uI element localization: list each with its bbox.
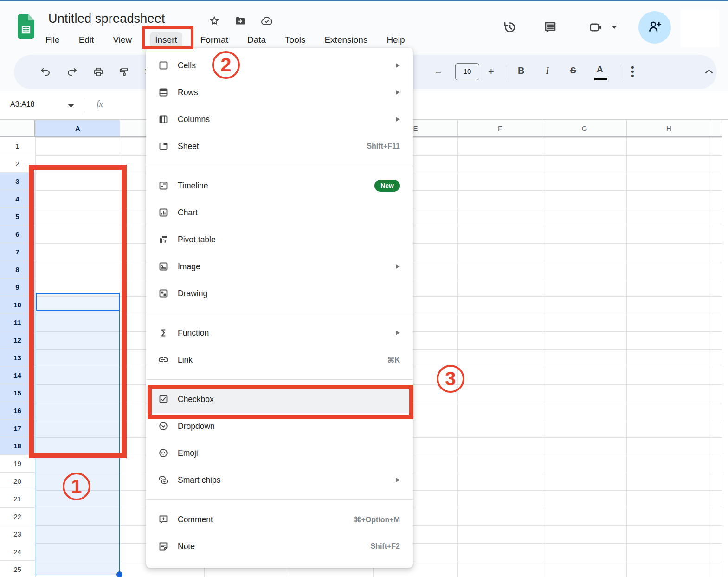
column-header-a[interactable]: A: [35, 120, 120, 136]
print-icon[interactable]: [92, 66, 104, 78]
insert-menu-item-pivot-table[interactable]: Pivot table: [146, 226, 413, 253]
redo-icon[interactable]: [66, 66, 78, 78]
video-call-dropdown-caret[interactable]: [612, 26, 617, 29]
menubar-item-format[interactable]: Format: [200, 32, 229, 47]
strikethrough-button[interactable]: S: [570, 65, 576, 76]
menu-item-label: Link: [178, 355, 378, 365]
insert-menu-item-drawing[interactable]: Drawing: [146, 280, 413, 307]
bold-button[interactable]: B: [518, 65, 524, 76]
annotation-step-1-number: 1: [71, 475, 82, 498]
submenu-arrow-icon: [396, 63, 400, 68]
menu-divider: [146, 379, 413, 380]
menubar-item-extensions[interactable]: Extensions: [323, 32, 368, 47]
submenu-arrow-icon: [396, 331, 400, 335]
menu-item-shortcut: ⌘+Option+M: [354, 515, 400, 524]
dropdown-icon: [158, 421, 169, 432]
column-header-h[interactable]: H: [626, 120, 711, 136]
cloud-saved-icon[interactable]: [260, 14, 273, 27]
note-icon: [158, 541, 169, 552]
fx-icon: fx: [97, 99, 103, 109]
insert-menu-item-cells[interactable]: Cells: [146, 52, 413, 79]
share-button[interactable]: [638, 11, 671, 44]
insert-menu-item-sheet[interactable]: SheetShift+F11: [146, 133, 413, 160]
annotation-step-2: 2: [212, 51, 240, 79]
more-options-icon[interactable]: •••: [631, 65, 634, 78]
column-header-g[interactable]: G: [542, 120, 626, 136]
menu-item-label: Dropdown: [178, 421, 400, 431]
comments-icon[interactable]: [542, 19, 559, 36]
cutoff-panel: [681, 10, 719, 47]
toolbar-divider: [508, 65, 508, 78]
row-header-22[interactable]: 22: [0, 508, 35, 525]
comment-icon: [158, 514, 169, 525]
insert-menu-item-link[interactable]: Link⌘K: [146, 346, 413, 373]
emoji-icon: [158, 447, 169, 459]
row-header-23[interactable]: 23: [0, 525, 35, 543]
menu-item-label: Rows: [178, 88, 387, 97]
annotation-step-3-number: 3: [445, 368, 456, 390]
menu-item-label: Pivot table: [178, 235, 400, 245]
document-title[interactable]: Untitled spreadsheet: [48, 12, 165, 26]
name-box-caret-icon[interactable]: [68, 104, 74, 108]
select-all-corner[interactable]: [0, 120, 35, 137]
menubar-item-tools[interactable]: Tools: [284, 32, 306, 47]
decrease-font-size-button[interactable]: −: [435, 66, 441, 78]
insert-menu-item-comment[interactable]: Comment⌘+Option+M: [146, 506, 413, 533]
image-icon: [158, 261, 169, 272]
text-color-button[interactable]: A: [597, 64, 603, 74]
text-color-swatch: [594, 78, 607, 80]
annotation-box-selection: [29, 165, 127, 458]
increase-font-size-button[interactable]: +: [488, 66, 494, 78]
menu-item-shortcut: Shift+F11: [367, 142, 400, 150]
name-box[interactable]: A3:A18: [10, 100, 34, 109]
column-header-partial: [711, 120, 722, 136]
fill-handle[interactable]: [116, 571, 122, 577]
submenu-arrow-icon: [396, 90, 400, 95]
menu-item-shortcut: Shift+F2: [370, 542, 400, 551]
insert-menu-item-columns[interactable]: Columns: [146, 106, 413, 133]
submenu-arrow-icon: [396, 117, 400, 122]
insert-menu-item-chart[interactable]: Chart: [146, 199, 413, 226]
menu-item-label: Emoji: [178, 448, 400, 458]
insert-menu-item-timeline[interactable]: TimelineNew: [146, 172, 413, 199]
row-header-1[interactable]: 1: [0, 137, 35, 155]
font-size-input[interactable]: 10: [455, 63, 479, 80]
smart-chips-icon: [158, 474, 169, 486]
annotation-box-checkbox: [148, 385, 413, 419]
collapse-toolbar-icon[interactable]: [704, 68, 714, 76]
menu-item-label: Sheet: [178, 142, 358, 151]
insert-menu-item-smart-chips[interactable]: Smart chips: [146, 467, 413, 493]
annotation-box-insert: [142, 26, 193, 49]
menu-item-label: Chart: [178, 208, 400, 218]
insert-menu-item-emoji[interactable]: Emoji: [146, 440, 413, 467]
menubar-item-edit[interactable]: Edit: [78, 32, 95, 47]
insert-menu-item-image[interactable]: Image: [146, 253, 413, 280]
menubar-item-help[interactable]: Help: [386, 32, 406, 47]
menu-item-label: Columns: [178, 115, 387, 124]
insert-menu-item-function[interactable]: Function: [146, 319, 413, 346]
move-folder-icon[interactable]: [234, 14, 247, 27]
timeline-icon: [158, 180, 169, 191]
version-history-icon[interactable]: [501, 19, 518, 36]
vertical-scrollbar[interactable]: [722, 120, 728, 577]
video-call-icon[interactable]: [587, 19, 604, 36]
insert-menu-item-note[interactable]: NoteShift+F2: [146, 533, 413, 560]
menubar-item-view[interactable]: View: [112, 32, 133, 47]
menu-item-label: Note: [178, 542, 361, 551]
menu-divider: [146, 499, 413, 500]
row-header-20[interactable]: 20: [0, 473, 35, 490]
row-header-25[interactable]: 25: [0, 561, 35, 577]
menu-item-label: Image: [178, 262, 387, 272]
new-badge: New: [374, 180, 400, 192]
menubar-item-file[interactable]: File: [45, 32, 61, 47]
row-header-24[interactable]: 24: [0, 543, 35, 561]
insert-menu-item-rows[interactable]: Rows: [146, 79, 413, 106]
star-icon[interactable]: [208, 14, 221, 27]
italic-button[interactable]: I: [546, 65, 549, 77]
row-header-21[interactable]: 21: [0, 490, 35, 508]
undo-icon[interactable]: [39, 66, 52, 78]
column-header-f[interactable]: F: [457, 120, 542, 136]
menubar-item-data[interactable]: Data: [246, 32, 267, 47]
paint-format-icon[interactable]: [117, 66, 129, 78]
google-sheets-logo: [17, 14, 35, 39]
